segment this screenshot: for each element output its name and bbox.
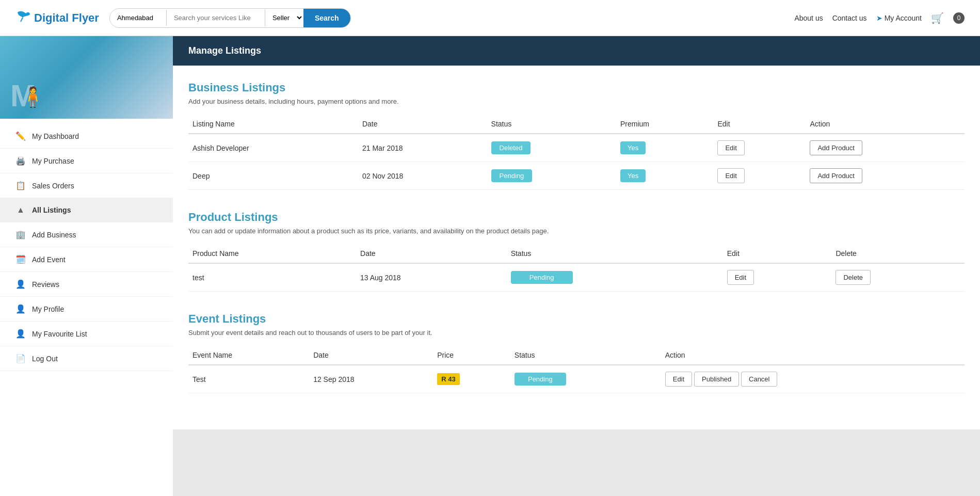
content-area: Manage Listings Business Listings Add yo… [173,36,980,496]
sidebar-label-sales: Sales Orders [32,182,74,190]
business-listings-title: Business Listings [188,81,965,94]
search-bar: Seller Search [109,8,351,28]
profile-icon: 👤 [15,304,26,314]
nav-links: About us Contact us ➤ My Account 🛒 0 [794,12,965,24]
event-status: Pending [510,365,661,393]
product-listings-title: Product Listings [188,211,965,224]
col-date: Date [358,115,487,134]
add-business-icon: 🏢 [15,230,26,239]
logo-text: Digital Flyer [34,11,99,25]
add-product-button[interactable]: Add Product [810,140,862,155]
product-date: 13 Aug 2018 [356,263,507,292]
sidebar-item-reviews[interactable]: 👤 Reviews [0,272,173,297]
sidebar-item-favourite[interactable]: 👤 My Favourite List [0,322,173,346]
manage-header: Manage Listings [173,36,980,66]
col-product-name: Product Name [188,244,356,263]
listing-status: Deleted [487,134,616,162]
sidebar-item-dashboard[interactable]: ✏️ My Dashboard [0,124,173,149]
cart-icon[interactable]: 🛒 [931,12,944,24]
about-link[interactable]: About us [794,14,823,22]
listing-premium: Yes [616,134,713,162]
table-row: test 13 Aug 2018 Pending Edit Delete [188,263,965,292]
status-badge: Deleted [491,141,531,154]
edit-button[interactable]: Edit [717,168,744,183]
header: Digital Flyer Seller Search About us Con… [0,0,980,36]
table-row: Deep 02 Nov 2018 Pending Yes Edit Add Pr… [188,162,965,190]
logo-bird-icon [15,8,32,28]
product-delete[interactable]: Delete [831,263,965,292]
event-date: 12 Sep 2018 [309,365,433,393]
sidebar-banner: M 🧍 [0,36,173,119]
sidebar-menu: ✏️ My Dashboard 🖨️ My Purchase 📋 Sales O… [0,119,173,376]
sidebar-item-logout[interactable]: 📄 Log Out [0,346,173,371]
event-listings-title: Event Listings [188,312,965,326]
status-badge: Pending [511,271,573,284]
listing-premium: Yes [616,162,713,190]
product-edit[interactable]: Edit [723,263,832,292]
col-action: Action [661,346,965,365]
add-product-button[interactable]: Add Product [810,168,862,183]
sidebar-label-add-event: Add Event [32,255,66,264]
col-delete: Delete [831,244,965,263]
account-link[interactable]: ➤ My Account [876,14,922,22]
sidebar-item-add-event[interactable]: 🗓️ Add Event [0,247,173,272]
business-listings-section: Business Listings Add your business deta… [188,81,965,190]
sidebar-label-reviews: Reviews [32,280,59,289]
premium-badge: Yes [620,169,646,182]
listing-action[interactable]: Add Product [806,162,965,190]
search-input[interactable] [167,10,265,26]
seller-select[interactable]: Seller [265,9,303,26]
listing-date: 02 Nov 2018 [358,162,487,190]
favourite-icon: 👤 [15,329,26,339]
event-price: R 43 [433,365,510,393]
sales-icon: 📋 [15,181,26,190]
event-listings-section: Event Listings Submit your event details… [188,312,965,393]
listings-icon: ▲ [15,205,26,215]
search-button[interactable]: Search [303,9,350,27]
location-input[interactable] [110,10,167,26]
delete-button[interactable]: Delete [836,270,871,285]
add-event-icon: 🗓️ [15,254,26,264]
sidebar-item-purchase[interactable]: 🖨️ My Purchase [0,149,173,173]
col-date: Date [309,346,433,365]
table-row: Ashish Developer 21 Mar 2018 Deleted Yes… [188,134,965,162]
sidebar-label-dashboard: My Dashboard [32,132,79,140]
col-status: Status [510,346,661,365]
listing-name: Deep [188,162,358,190]
col-event-name: Event Name [188,346,309,365]
listing-status: Pending [487,162,616,190]
product-listings-section: Product Listings You can add or update i… [188,211,965,292]
col-action: Action [806,115,965,134]
col-status: Status [507,244,723,263]
sidebar-label-profile: My Profile [32,305,64,313]
event-edit-button[interactable]: Edit [665,372,692,387]
listing-action[interactable]: Add Product [806,134,965,162]
col-date: Date [356,244,507,263]
event-published-button[interactable]: Published [694,372,739,387]
sidebar: M 🧍 ✏️ My Dashboard 🖨️ My Purchase 📋 Sal… [0,36,173,496]
logo[interactable]: Digital Flyer [15,8,99,28]
sidebar-item-profile[interactable]: 👤 My Profile [0,297,173,322]
sidebar-label-listings: All Listings [32,206,71,214]
contact-link[interactable]: Contact us [832,14,867,22]
event-name: Test [188,365,309,393]
listing-edit[interactable]: Edit [713,134,806,162]
sidebar-item-add-business[interactable]: 🏢 Add Business [0,222,173,247]
price-badge: R 43 [437,373,459,385]
sidebar-item-listings[interactable]: ▲ All Listings [0,198,173,222]
status-badge: Pending [515,373,566,386]
edit-button[interactable]: Edit [717,140,744,155]
business-listings-desc: Add your business details, including hou… [188,98,965,105]
sidebar-item-sales[interactable]: 📋 Sales Orders [0,173,173,198]
edit-button[interactable]: Edit [727,270,754,285]
table-row: Test 12 Sep 2018 R 43 Pending Edit Publi… [188,365,965,393]
status-badge: Pending [491,169,533,182]
purchase-icon: 🖨️ [15,156,26,166]
listing-edit[interactable]: Edit [713,162,806,190]
sidebar-label-purchase: My Purchase [32,157,74,165]
product-status: Pending [507,263,723,292]
product-listings-table: Product Name Date Status Edit Delete tes… [188,244,965,292]
event-listings-table: Event Name Date Price Status Action Test… [188,346,965,393]
event-cancel-button[interactable]: Cancel [741,372,777,387]
business-listings-table: Listing Name Date Status Premium Edit Ac… [188,115,965,190]
